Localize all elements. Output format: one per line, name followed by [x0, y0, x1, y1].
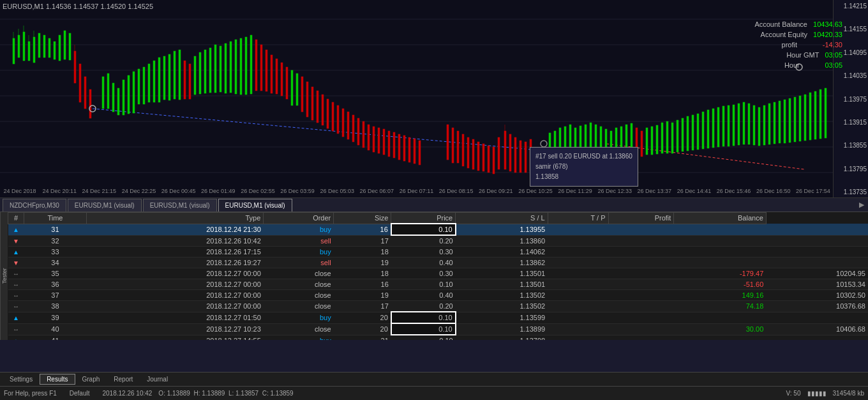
svg-rect-95 — [419, 141, 421, 165]
svg-rect-65 — [266, 50, 267, 91]
cell-id: 34 — [24, 258, 87, 268]
svg-rect-0 — [0, 0, 833, 185]
tab-graph[interactable]: Graph — [75, 374, 107, 385]
status-default: Default — [70, 390, 90, 397]
svg-rect-93 — [408, 137, 410, 162]
table-row[interactable]: ▲ 33 2018.12.26 17:15 buy 18 0.30 1.1406… — [8, 247, 869, 258]
cell-profit: 149.16 — [674, 290, 766, 301]
svg-rect-29 — [79, 64, 81, 102]
svg-rect-77 — [327, 99, 329, 128]
table-row[interactable]: ↔ 40 2018.12.27 10:23 close 20 0.10 1.13… — [8, 323, 869, 335]
cell-balance — [766, 235, 868, 247]
tab-eurusd2[interactable]: EURUSD,M1 (visual) — [143, 199, 217, 212]
cell-balance: 10302.50 — [766, 290, 868, 301]
cell-sl — [548, 301, 608, 312]
price-tick-1: 1.14215 — [835, 3, 867, 10]
cell-id: 32 — [24, 235, 87, 247]
table-row[interactable]: ↔ 35 2018.12.27 00:00 close 18 0.30 1.13… — [8, 268, 869, 279]
svg-rect-104 — [488, 146, 490, 173]
svg-rect-158 — [768, 104, 770, 144]
svg-rect-80 — [342, 109, 344, 137]
cell-size: 0.30 — [391, 247, 456, 258]
svg-rect-53 — [204, 50, 206, 93]
cell-balance — [766, 247, 868, 258]
chart-tab-bar: NZDCHFpro,M30 EURUSD,M1 (visual) EURUSD,… — [0, 198, 868, 212]
cell-id: 38 — [24, 301, 87, 312]
table-row[interactable]: ▲ 41 2018.12.27 14:55 buy 21 0.10 1.1379… — [8, 335, 869, 340]
tab-settings[interactable]: Settings — [3, 374, 40, 385]
svg-rect-137 — [661, 123, 663, 153]
svg-rect-87 — [378, 128, 380, 153]
cell-time: 2018.12.27 00:00 — [86, 290, 263, 301]
account-info: Account Balance 10434.63 Account Equity … — [754, 19, 842, 70]
cell-sl — [548, 323, 608, 335]
cell-order: 21 — [334, 335, 391, 340]
tab-eurusd3[interactable]: EURUSD,M1 (visual) — [218, 199, 292, 212]
svg-rect-107 — [504, 131, 506, 169]
cell-sl — [548, 224, 608, 235]
svg-rect-135 — [651, 127, 653, 155]
cell-order: 16 — [334, 279, 391, 290]
cell-tp — [608, 235, 674, 247]
cell-price: 1.13501 — [456, 268, 548, 279]
svg-rect-69 — [286, 67, 288, 99]
svg-rect-12 — [18, 35, 20, 58]
svg-rect-161 — [784, 100, 786, 143]
cell-order: 17 — [334, 235, 391, 247]
svg-rect-24 — [59, 35, 61, 61]
svg-rect-58 — [230, 42, 232, 93]
svg-rect-153 — [743, 102, 745, 144]
cell-icon: ▼ — [8, 235, 24, 247]
cell-balance: 10204.95 — [766, 268, 868, 279]
table-row[interactable]: ▲ 39 2018.12.27 01:50 buy 20 0.10 1.1359… — [8, 312, 869, 323]
table-row[interactable]: ↔ 38 2018.12.27 00:00 close 17 0.20 1.13… — [8, 301, 869, 312]
tab-results[interactable]: Results — [40, 374, 75, 385]
svg-rect-59 — [235, 40, 237, 94]
account-equity-label: Account Equity — [761, 31, 807, 38]
cell-time: 2018.12.27 10:23 — [86, 323, 263, 335]
table-row[interactable]: ▲ 31 2018.12.24 21:30 buy 16 0.10 1.1395… — [8, 224, 869, 235]
tab-report[interactable]: Report — [107, 374, 140, 385]
cell-balance — [766, 224, 868, 235]
cell-type: close — [264, 323, 334, 335]
svg-rect-68 — [281, 63, 283, 96]
col-balance: Balance — [674, 213, 766, 224]
col-profit: Profit — [608, 213, 674, 224]
cell-price: 1.13502 — [456, 290, 548, 301]
cell-type: close — [264, 268, 334, 279]
svg-rect-37 — [123, 80, 124, 115]
cell-sl — [548, 335, 608, 340]
svg-rect-60 — [240, 38, 242, 95]
cell-size: 0.40 — [391, 258, 456, 268]
svg-rect-99 — [462, 134, 464, 166]
tab-scroll-right[interactable]: ▶ — [855, 201, 868, 209]
profit-label: profit — [782, 41, 797, 49]
table-container: # Time Type Order Size Price S / L T / P… — [8, 212, 868, 340]
svg-rect-94 — [414, 139, 415, 164]
cell-time: 2018.12.24 21:30 — [86, 224, 263, 235]
svg-rect-86 — [373, 127, 375, 152]
table-row[interactable]: ↔ 36 2018.12.27 00:00 close 16 0.10 1.13… — [8, 279, 869, 290]
svg-rect-76 — [322, 95, 324, 125]
svg-rect-98 — [457, 131, 459, 163]
table-row[interactable]: ▼ 32 2018.12.26 10:42 sell 17 0.20 1.138… — [8, 235, 869, 247]
svg-rect-167 — [814, 91, 816, 139]
cell-profit — [674, 335, 766, 340]
status-help: For Help, press F1 — [4, 390, 57, 397]
cell-type: close — [264, 290, 334, 301]
table-row[interactable]: ↔ 37 2018.12.27 00:00 close 19 0.40 1.13… — [8, 290, 869, 301]
svg-rect-16 — [28, 42, 30, 61]
chart-area: EURUSD,M1 1.14536 1.14537 1.14520 1.1452… — [0, 0, 868, 198]
cell-size: 0.10 — [391, 335, 456, 340]
table-row[interactable]: ▼ 34 2018.12.26 19:27 sell 19 0.40 1.138… — [8, 258, 869, 268]
svg-rect-36 — [117, 88, 119, 115]
cell-tp — [608, 279, 674, 290]
status-bars-label: ▮▮▮▮▮ — [807, 390, 827, 397]
svg-rect-20 — [38, 33, 40, 58]
tab-nzdchf[interactable]: NZDCHFpro,M30 — [3, 199, 66, 212]
cell-type: buy — [264, 312, 334, 323]
tab-journal[interactable]: Journal — [140, 374, 175, 385]
cell-balance — [766, 258, 868, 268]
tab-eurusd1[interactable]: EURUSD,M1 (visual) — [68, 199, 142, 212]
cell-tp — [608, 312, 674, 323]
